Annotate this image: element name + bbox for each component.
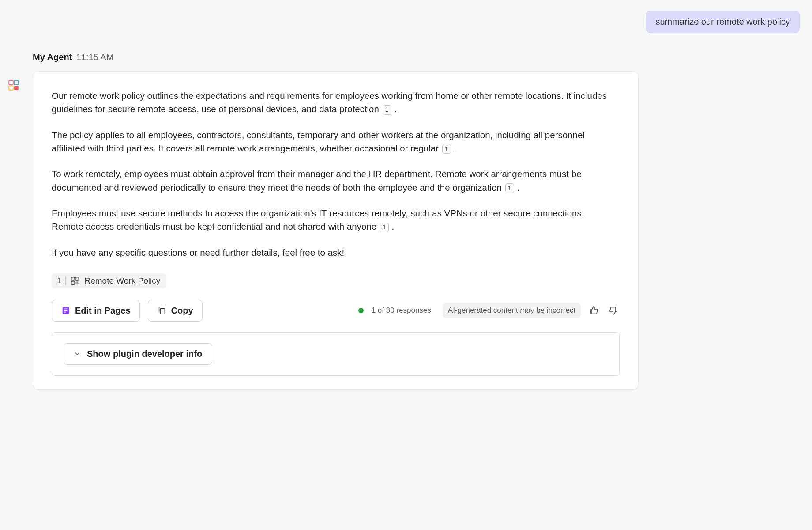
thumbs-down-button[interactable]	[608, 305, 620, 316]
svg-rect-1	[14, 80, 19, 85]
response-paragraph: The policy applies to all employees, con…	[52, 129, 617, 155]
svg-rect-9	[64, 310, 67, 311]
developer-info-panel: Show plugin developer info	[52, 332, 620, 376]
source-reference-chip[interactable]: 1 Remote Work Policy	[52, 273, 166, 288]
agent-response-card: Our remote work policy outlines the expe…	[33, 71, 639, 390]
chevron-down-icon	[74, 350, 81, 357]
inline-reference-badge[interactable]: 1	[505, 183, 514, 193]
thumbs-up-button[interactable]	[589, 305, 600, 316]
responses-counter: 1 of 30 responses	[372, 306, 431, 315]
agent-name: My Agent	[33, 52, 72, 62]
response-paragraph: Our remote work policy outlines the expe…	[52, 89, 617, 116]
ai-disclaimer: AI-generated content may be incorrect	[443, 303, 581, 318]
svg-rect-6	[71, 281, 75, 284]
developer-info-label: Show plugin developer info	[87, 349, 202, 359]
source-title: Remote Work Policy	[84, 276, 160, 286]
pages-icon	[61, 306, 71, 315]
paragraph-text: To work remotely, employees must obtain …	[52, 169, 582, 192]
svg-rect-8	[64, 309, 67, 310]
agent-header: My Agent 11:15 AM	[33, 52, 113, 62]
agent-timestamp: 11:15 AM	[76, 52, 114, 62]
svg-rect-4	[71, 277, 75, 280]
svg-rect-5	[75, 277, 79, 280]
paragraph-text: Employees must use secure methods to acc…	[52, 208, 584, 231]
copy-button[interactable]: Copy	[148, 300, 203, 322]
svg-rect-3	[14, 86, 19, 90]
inline-reference-badge[interactable]: 1	[380, 223, 389, 232]
user-message-bubble: summarize our remote work policy	[646, 11, 800, 33]
response-paragraph: Employees must use secure methods to acc…	[52, 207, 617, 234]
response-paragraph: If you have any specific questions or ne…	[52, 246, 617, 259]
document-icon	[70, 276, 80, 286]
paragraph-text: If you have any specific questions or ne…	[52, 247, 344, 257]
svg-rect-0	[9, 80, 13, 85]
actions-row: Edit in Pages Copy 1 of 30 responses AI-…	[52, 300, 620, 322]
edit-in-pages-label: Edit in Pages	[75, 306, 131, 316]
svg-rect-11	[160, 309, 165, 314]
agent-avatar-icon	[8, 80, 19, 91]
response-paragraph: To work remotely, employees must obtain …	[52, 167, 617, 194]
svg-rect-2	[9, 86, 13, 90]
copy-icon	[157, 306, 167, 315]
paragraph-text: Our remote work policy outlines the expe…	[52, 91, 607, 114]
developer-info-toggle[interactable]: Show plugin developer info	[64, 343, 212, 365]
paragraph-text: The policy applies to all employees, con…	[52, 130, 585, 153]
inline-reference-badge[interactable]: 1	[383, 105, 391, 115]
svg-rect-10	[64, 312, 66, 313]
inline-reference-badge[interactable]: 1	[442, 144, 451, 154]
status-dot-icon	[358, 308, 364, 313]
source-index: 1	[57, 276, 66, 285]
copy-label: Copy	[171, 306, 193, 316]
edit-in-pages-button[interactable]: Edit in Pages	[52, 300, 140, 322]
